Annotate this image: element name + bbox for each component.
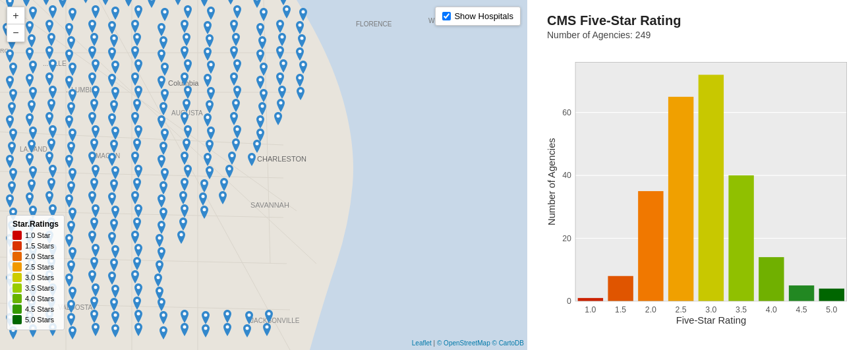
- legend-item: 2.0 Stars: [13, 252, 59, 261]
- chart-svg: 02040601.01.52.02.53.03.54.04.55.0Five-S…: [547, 47, 855, 337]
- map-attribution: Leaflet | © OpenStreetMap © CartoDB: [412, 339, 524, 347]
- svg-text:...VILLE: ...VILLE: [43, 60, 67, 67]
- legend-color-swatch: [13, 315, 22, 324]
- legend-label: 3.0 Stars: [25, 274, 54, 281]
- legend-color-swatch: [13, 231, 22, 240]
- legend-item: 1.0 Star: [13, 231, 59, 240]
- svg-text:LA...AND: LA...AND: [20, 146, 47, 153]
- chart-subtitle: Number of Agencies: 249: [547, 30, 855, 40]
- svg-text:FLORENCE: FLORENCE: [356, 20, 392, 28]
- leaflet-link[interactable]: Leaflet: [412, 339, 432, 347]
- legend-item: 5.0 Stars: [13, 315, 59, 324]
- chart-bar: [789, 285, 814, 301]
- osm-link[interactable]: © OpenStreetMap: [437, 339, 490, 347]
- chart-bar: [608, 276, 633, 301]
- svg-text:0: 0: [567, 297, 571, 306]
- chart-bar: [638, 191, 663, 301]
- chart-bar: [699, 74, 724, 301]
- svg-text:5.0: 5.0: [826, 305, 837, 314]
- svg-text:2.0: 2.0: [645, 305, 656, 314]
- show-hospitals-control[interactable]: Show Hospitals: [435, 7, 521, 26]
- svg-text:SAVANNAH: SAVANNAH: [250, 201, 289, 209]
- svg-text:Columbia: Columbia: [168, 79, 199, 87]
- chart-bar: [668, 97, 693, 301]
- svg-text:20: 20: [562, 234, 571, 243]
- carto-link[interactable]: © CartoDB: [492, 339, 525, 347]
- map-container[interactable]: Columbia AUGUSTA MACON CHARLESTON SAVANN…: [0, 0, 527, 350]
- legend-item: 4.5 Stars: [13, 305, 59, 314]
- svg-text:2.5: 2.5: [676, 305, 687, 314]
- svg-text:3.5: 3.5: [736, 305, 747, 314]
- legend-label: 1.5 Stars: [25, 242, 54, 250]
- chart-area: 02040601.01.52.02.53.03.54.04.55.0Five-S…: [547, 47, 855, 337]
- chart-inner: 02040601.01.52.02.53.03.54.04.55.0Five-S…: [547, 47, 855, 337]
- svg-text:...LUMBIA: ...LUMBIA: [66, 86, 96, 94]
- svg-text:1.0: 1.0: [585, 305, 596, 314]
- svg-text:4.5: 4.5: [796, 305, 807, 314]
- svg-text:AUGUSTA: AUGUSTA: [171, 109, 203, 117]
- svg-text:1.5: 1.5: [615, 305, 626, 314]
- chart-section: CMS Five-Star Rating Number of Agencies:…: [527, 0, 868, 350]
- chart-bar: [759, 257, 784, 301]
- chart-bar: [819, 289, 844, 301]
- svg-text:RO...: RO...: [0, 47, 14, 54]
- legend-label: 2.0 Stars: [25, 252, 54, 260]
- legend-label: 1.0 Star: [25, 231, 51, 239]
- legend-item: 1.5 Stars: [13, 241, 59, 250]
- legend-color-swatch: [13, 283, 22, 293]
- legend-color-swatch: [13, 305, 22, 314]
- legend-item: 4.0 Stars: [13, 294, 59, 303]
- zoom-out-button[interactable]: −: [7, 24, 24, 42]
- svg-text:CHARLESTON: CHARLESTON: [257, 155, 306, 163]
- legend-color-swatch: [13, 273, 22, 282]
- legend-color-swatch: [13, 294, 22, 303]
- chart-title: CMS Five-Star Rating: [547, 13, 855, 28]
- chart-bar: [578, 298, 603, 301]
- map-legend: Star.Ratings 1.0 Star 1.5 Stars 2.0 Star…: [7, 215, 65, 330]
- legend-items: 1.0 Star 1.5 Stars 2.0 Stars 2.5 Stars 3…: [13, 231, 59, 324]
- zoom-in-button[interactable]: +: [7, 7, 24, 24]
- svg-text:60: 60: [562, 108, 571, 117]
- svg-text:Number of Agencies: Number of Agencies: [547, 138, 557, 225]
- legend-label: 2.5 Stars: [25, 263, 54, 271]
- chart-bar: [728, 175, 753, 301]
- svg-text:3.0: 3.0: [705, 305, 716, 314]
- svg-text:JACKSONVILLE: JACKSONVILLE: [250, 317, 300, 324]
- svg-text:Five-Star Rating: Five-Star Rating: [676, 315, 746, 326]
- legend-label: 3.5 Stars: [25, 284, 54, 292]
- show-hospitals-checkbox[interactable]: [442, 12, 451, 20]
- legend-item: 3.0 Stars: [13, 273, 59, 282]
- legend-color-swatch: [13, 262, 22, 272]
- map-zoom-controls[interactable]: + −: [7, 7, 25, 42]
- legend-label: 4.0 Stars: [25, 295, 54, 303]
- legend-color-swatch: [13, 241, 22, 250]
- show-hospitals-label[interactable]: Show Hospitals: [454, 11, 513, 21]
- legend-label: 4.5 Stars: [25, 305, 54, 313]
- chart-plot-area: 02040601.01.52.02.53.03.54.04.55.0Five-S…: [547, 47, 855, 337]
- legend-item: 2.5 Stars: [13, 262, 59, 272]
- legend-item: 3.5 Stars: [13, 283, 59, 293]
- legend-title: Star.Ratings: [13, 219, 59, 229]
- svg-text:4.0: 4.0: [766, 305, 777, 314]
- legend-label: 5.0 Stars: [25, 316, 54, 324]
- svg-text:40: 40: [562, 171, 571, 180]
- legend-color-swatch: [13, 252, 22, 261]
- svg-text:MACON: MACON: [96, 152, 120, 160]
